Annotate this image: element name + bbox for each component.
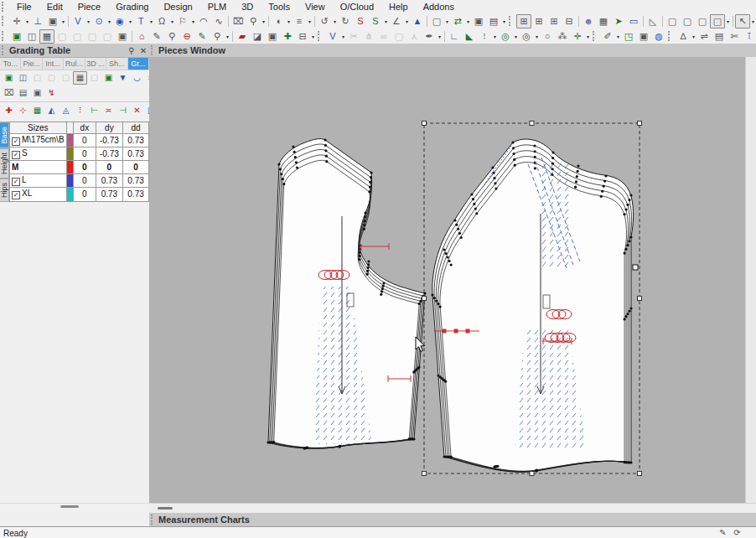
pin-tool-dropdown-icon[interactable]: ▾ [261, 18, 267, 24]
remove-grade-icon[interactable]: ✕ [130, 104, 144, 117]
menu-help[interactable]: Help [381, 1, 416, 13]
menu-grip-handle[interactable] [2, 2, 7, 12]
distribute-icon[interactable]: ⁝ [73, 104, 87, 117]
add-point-dropdown-icon[interactable]: ▾ [585, 34, 591, 39]
text-tool-dropdown-icon[interactable]: ▾ [148, 18, 154, 24]
flip-horizontal-icon[interactable]: S [353, 14, 368, 28]
dd-value-cell[interactable]: 0.73 [123, 147, 149, 161]
flip-vertical-dropdown-icon[interactable]: ▾ [383, 18, 389, 24]
menu-file[interactable]: File [9, 1, 39, 13]
select-cursor-dropdown-icon[interactable]: ▾ [750, 18, 756, 24]
dy-value-cell[interactable]: 0.73 [96, 188, 122, 201]
import-piece-icon[interactable]: ◫ [24, 29, 39, 44]
dd-value-cell[interactable]: 0.73 [123, 188, 149, 201]
sheet-view-icon[interactable]: ▤ [486, 14, 501, 28]
measure-tool-icon[interactable]: ✎ [716, 527, 730, 538]
mark-piece-icon[interactable]: ▰ [235, 29, 250, 44]
walk-pieces-dropdown-icon[interactable]: ▾ [404, 18, 410, 24]
measurement-charts-titlebar[interactable]: Measurement Charts [149, 513, 756, 527]
home-view-icon[interactable]: ⌂ [134, 29, 149, 44]
dy-value-cell[interactable]: -0.73 [96, 147, 122, 161]
dart-tool-dropdown-icon[interactable]: ▾ [85, 18, 91, 24]
save-piece-icon[interactable]: ⊟ [295, 29, 310, 44]
sheet-view-dropdown-icon[interactable]: ▾ [501, 18, 507, 24]
show-grading-icon[interactable]: ▦ [73, 71, 87, 85]
dart-edit-dropdown-icon[interactable]: ▾ [340, 34, 346, 39]
point-table-view-icon[interactable]: ⊞ [531, 14, 546, 28]
image-tool-dropdown-icon[interactable]: ▾ [60, 18, 66, 24]
grading-panel-tab-pie[interactable]: Pie... [21, 58, 42, 70]
grading-panel-tab-3d[interactable]: 3D ... [85, 58, 106, 70]
size-name-cell[interactable]: M [10, 161, 67, 174]
toolbar-grip-handle[interactable] [2, 16, 7, 26]
dx-value-cell[interactable]: 0 [74, 188, 96, 201]
grade-grid-icon[interactable]: ▦ [30, 104, 44, 117]
panel-splitter[interactable] [0, 503, 149, 508]
walk-pieces-icon[interactable]: ∠ [389, 14, 404, 28]
flip-vertical-icon[interactable]: S [368, 14, 383, 28]
monitor-icon[interactable]: ▭ [626, 14, 641, 28]
toolbar-grip-handle[interactable] [2, 31, 7, 41]
export-page-icon[interactable]: ▣ [115, 29, 130, 44]
notch-pen-dropdown-icon[interactable]: ▾ [437, 34, 443, 39]
dy-value-cell[interactable]: 0 [96, 161, 122, 174]
page-layout-icon-2[interactable]: ▢ [680, 14, 695, 28]
add-piece-icon[interactable]: ✚ [280, 29, 295, 44]
pin-tool-icon[interactable]: ⚲ [246, 14, 261, 28]
copy-grading-icon[interactable]: ◫ [16, 71, 30, 85]
globe-icon[interactable]: ◍ [651, 29, 666, 44]
show-picture-icon[interactable]: ▦ [39, 29, 54, 44]
align-grade-icon[interactable]: ⊹ [16, 104, 30, 117]
target-copy-dropdown-icon[interactable]: ▾ [534, 34, 540, 39]
point-list-icon[interactable]: ⁝ [477, 29, 492, 44]
size-checkbox[interactable]: ✓ [12, 191, 20, 199]
menu-o-cloud[interactable]: O/Cloud [333, 1, 381, 13]
size-name-cell[interactable]: ✓L [10, 174, 67, 188]
grading-panel-tab-rul[interactable]: Rul... [64, 58, 85, 70]
multi-point-icon[interactable]: ⁂ [555, 29, 570, 44]
export-grading-icon[interactable]: ▣ [101, 71, 116, 85]
half-piece-icon[interactable]: ◖ [271, 14, 286, 28]
menu-piece[interactable]: Piece [70, 1, 109, 13]
page-layout-icon-3[interactable]: ▢ [695, 14, 710, 28]
image-tool-icon[interactable]: ▣ [45, 14, 60, 28]
menu-view[interactable]: View [298, 1, 333, 13]
mirror-dy-icon[interactable]: ◬ [59, 104, 73, 117]
dy-value-cell[interactable]: 0.73 [96, 174, 122, 188]
stack-pieces-icon[interactable]: ≡ [292, 14, 307, 28]
refresh-units-icon[interactable]: ⟳ [730, 527, 744, 538]
dx-value-cell[interactable]: 0 [74, 161, 96, 174]
clear-grading-icon[interactable]: ⌧ [2, 86, 16, 100]
seam-tool-icon[interactable]: Ω [154, 14, 169, 28]
dart-tool-icon[interactable]: V [70, 14, 85, 28]
dy-value-cell[interactable]: -0.73 [96, 134, 122, 147]
circle-tool-icon[interactable]: ⊙ [91, 14, 106, 28]
dd-value-cell[interactable]: 0.73 [123, 174, 149, 188]
move-point-dropdown-icon[interactable]: ▾ [24, 18, 30, 24]
size-checkbox[interactable]: ✓ [12, 137, 20, 146]
pin-icon[interactable]: ⚲ [126, 46, 137, 55]
page-layout-icon-1[interactable]: ▢ [665, 14, 680, 28]
circle-tool-dropdown-icon[interactable]: ▾ [106, 18, 112, 24]
save-piece-dropdown-icon[interactable]: ▾ [310, 34, 316, 39]
window-view-icon[interactable]: ▣ [471, 14, 486, 28]
add-point-icon[interactable]: ✛ [570, 29, 585, 44]
page-layout-4-dropdown-icon[interactable]: ▾ [725, 18, 731, 24]
smooth-icon[interactable]: ◡ [130, 71, 144, 85]
grading-panel-tab-gr[interactable]: Gr... [128, 58, 149, 70]
copy-grade-icon[interactable]: ◳ [621, 29, 636, 44]
toolbar-grip-handle[interactable] [668, 31, 673, 41]
apply-down-icon[interactable]: ▼ [116, 71, 130, 85]
notch-pen-icon[interactable]: ✒ [422, 29, 437, 44]
grading-table-view-icon[interactable]: ⊞ [516, 14, 531, 28]
measurement-grip-handle[interactable] [151, 515, 156, 525]
menu-tools[interactable]: Tools [261, 1, 298, 13]
curve-angle-icon[interactable]: ∆ [676, 29, 691, 44]
grading-panel-tab-sh[interactable]: Sh... [106, 58, 127, 70]
stack-pieces-dropdown-icon[interactable]: ▾ [307, 18, 313, 24]
rotate-ccw-icon[interactable]: ↺ [317, 14, 332, 28]
fold-piece-icon[interactable]: ▲ [410, 14, 425, 28]
button-tool-icon[interactable]: ◉ [112, 14, 127, 28]
hollow-point-icon[interactable]: ○ [540, 29, 555, 44]
grading-table-titlebar[interactable]: Grading Table ⚲ ✕ [0, 44, 149, 58]
